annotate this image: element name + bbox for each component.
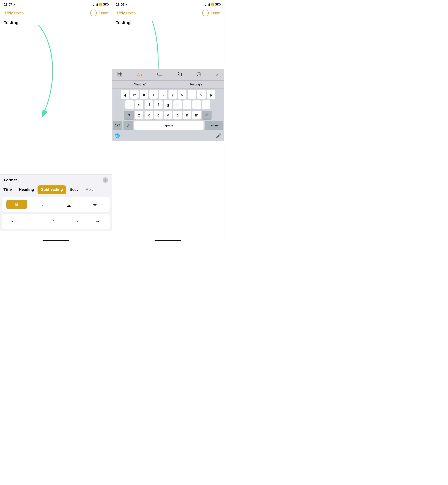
toolbar-close-button[interactable]: × — [215, 72, 220, 78]
format-strikethrough-button[interactable]: S — [84, 200, 105, 209]
key-d[interactable]: d — [144, 100, 153, 109]
key-shift[interactable]: ⇧ — [124, 111, 134, 120]
key-m[interactable]: m — [192, 111, 201, 120]
left-done-button[interactable]: Done — [99, 11, 108, 15]
format-style-title[interactable]: Title — [0, 186, 16, 194]
key-s[interactable]: s — [135, 100, 144, 109]
predictive-item-1[interactable]: Testing's — [168, 81, 224, 88]
key-a[interactable]: a — [125, 100, 134, 109]
right-status-bar: 12:06 ↗ 📶 — [112, 0, 224, 8]
key-numbers[interactable]: 123 — [113, 121, 122, 130]
format-indent-button[interactable]: ⇥ — [89, 217, 106, 226]
format-text-controls: B I U S — [2, 197, 110, 212]
predictive-row: "Testing" Testing's — [112, 81, 224, 89]
format-numbered-list-button[interactable]: 1— — [47, 217, 64, 226]
svg-point-12 — [178, 74, 180, 75]
format-list-row: •— –— 1— ↔ ⇥ — [2, 216, 110, 227]
key-h[interactable]: h — [173, 100, 182, 109]
right-nav-actions: ··· Done — [202, 10, 220, 16]
left-back-button[interactable]: &#� Notes — [4, 11, 24, 15]
key-p[interactable]: p — [207, 90, 215, 99]
format-italic-button[interactable]: I — [32, 200, 53, 209]
key-t[interactable]: t — [159, 90, 167, 99]
toolbar-table-button[interactable] — [116, 71, 124, 79]
key-i[interactable]: i — [188, 90, 196, 99]
left-more-button[interactable]: ··· — [90, 10, 97, 16]
toolbar-checklist-button[interactable] — [155, 71, 163, 79]
left-signal-icon — [93, 3, 98, 6]
key-e[interactable]: e — [140, 90, 148, 99]
left-status-icons: 📶 — [93, 3, 108, 6]
keyboard: q w e r t y u i o p a s d f g h j k — [112, 89, 224, 132]
left-time: 12:07 ↗ — [4, 3, 15, 7]
left-back-label: Notes — [14, 11, 24, 15]
svg-point-9 — [157, 74, 158, 76]
key-g[interactable]: g — [164, 100, 172, 109]
key-r[interactable]: r — [149, 90, 158, 99]
key-k[interactable]: k — [192, 100, 201, 109]
predictive-item-0[interactable]: "Testing" — [112, 81, 168, 88]
right-chevron-icon: &#� — [116, 11, 125, 15]
key-delete[interactable]: ⌫ — [202, 111, 212, 120]
format-close-button[interactable]: × — [103, 177, 108, 183]
format-style-body[interactable]: Body — [66, 186, 82, 194]
right-wifi-icon: 📶 — [211, 3, 214, 6]
format-styles-row: Title Heading Subheading Body Mor… — [0, 186, 112, 197]
key-b[interactable]: b — [173, 111, 182, 120]
svg-rect-2 — [118, 72, 122, 76]
toolbar-format-button[interactable]: Aa — [136, 72, 144, 78]
key-c[interactable]: c — [154, 111, 162, 120]
key-l[interactable]: l — [202, 100, 210, 109]
right-note-content: Testing — [112, 18, 224, 29]
keyboard-mic-button[interactable]: 🎤 — [216, 133, 221, 138]
keyboard-row-1: q w e r t y u i o p — [113, 90, 223, 99]
toolbar-camera-button[interactable] — [175, 71, 184, 78]
format-align-right-button[interactable]: ↔ — [68, 217, 85, 226]
format-dashed-list-button[interactable]: –— — [26, 217, 44, 226]
key-j[interactable]: j — [183, 100, 191, 109]
left-home-indicator — [42, 240, 69, 241]
toolbar-draw-button[interactable] — [195, 71, 203, 78]
keyboard-globe-button[interactable]: 🌐 — [115, 133, 120, 138]
format-title: Format — [4, 178, 17, 182]
key-f[interactable]: f — [154, 100, 162, 109]
key-v[interactable]: v — [164, 111, 172, 120]
key-o[interactable]: o — [197, 90, 206, 99]
left-nav-bar: &#� Notes ··· Done — [0, 8, 112, 18]
key-u[interactable]: u — [178, 90, 186, 99]
format-style-heading[interactable]: Heading — [16, 186, 38, 194]
format-list-controls: •— –— 1— ↔ ⇥ — [2, 214, 110, 229]
left-nav-actions: ··· Done — [90, 10, 108, 16]
keyboard-row-bottom: 123 ☺ space return — [113, 121, 223, 130]
format-bulleted-list-button[interactable]: •— — [6, 217, 23, 226]
right-more-button[interactable]: ··· — [202, 10, 209, 16]
key-n[interactable]: n — [183, 111, 191, 120]
key-return[interactable]: return — [205, 121, 223, 130]
left-chevron-icon: &#� — [4, 11, 13, 15]
right-done-button[interactable]: Done — [211, 11, 220, 15]
key-y[interactable]: y — [168, 90, 177, 99]
format-underline-button[interactable]: U — [58, 200, 80, 209]
right-back-button[interactable]: &#� Notes — [116, 11, 136, 15]
left-status-bar: 12:07 ↗ 📶 — [0, 0, 112, 8]
left-battery-icon — [103, 3, 108, 6]
key-q[interactable]: q — [121, 90, 129, 99]
right-note-title: Testing — [116, 20, 220, 25]
left-note-title: Testing — [4, 20, 108, 25]
right-signal-icon — [205, 3, 210, 6]
format-style-subheading[interactable]: Subheading — [38, 186, 66, 194]
key-z[interactable]: z — [135, 111, 144, 120]
right-time: 12:06 ↗ — [116, 3, 127, 7]
key-x[interactable]: x — [144, 111, 153, 120]
right-home-indicator — [154, 240, 181, 241]
key-space[interactable]: space — [134, 121, 203, 130]
right-location-icon: ↗ — [125, 3, 127, 6]
format-panel: Format × Title Heading Subheading Body M… — [0, 175, 112, 231]
right-battery-icon — [215, 3, 220, 6]
key-emoji[interactable]: ☺ — [123, 121, 133, 130]
format-style-more[interactable]: Mor… — [82, 186, 99, 194]
right-back-label: Notes — [126, 11, 136, 15]
right-nav-bar: &#� Notes ··· Done — [112, 8, 224, 18]
key-w[interactable]: w — [130, 90, 139, 99]
format-bold-button[interactable]: B — [6, 200, 27, 209]
